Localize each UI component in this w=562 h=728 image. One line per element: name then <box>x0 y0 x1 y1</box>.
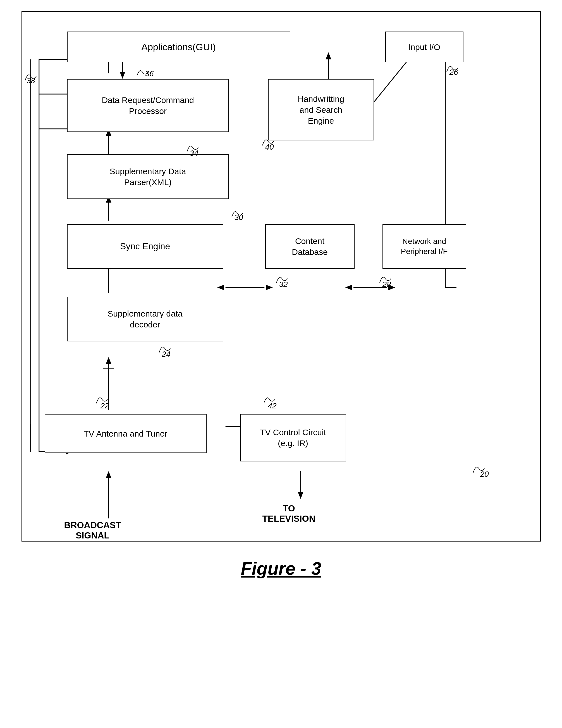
ref-30-squiggle <box>229 206 246 220</box>
ref-20-squiggle <box>470 461 490 475</box>
svg-marker-18 <box>106 357 111 364</box>
ref-32-squiggle <box>274 272 290 286</box>
tv-control-box: TV Control Circuit (e.g. IR) <box>240 414 346 461</box>
data-request-label: Data Request/Command Processor <box>102 95 194 116</box>
input-io-label: Input I/O <box>408 42 440 52</box>
ref-26-squiggle <box>444 61 461 75</box>
supp-parser-box: Supplementary Data Parser(XML) <box>67 154 229 199</box>
ref-36-squiggle <box>134 65 151 79</box>
supp-decoder-label: Supplementary data decoder <box>107 308 183 330</box>
ref-24-squiggle <box>156 341 173 355</box>
svg-marker-9 <box>119 72 125 79</box>
figure-label: Figure - 3 <box>241 558 321 579</box>
svg-marker-20 <box>217 285 224 290</box>
diagram-container: Applications(GUI) Input I/O Data Request… <box>21 11 541 542</box>
network-peripheral-label: Network and Peripheral I/F <box>401 236 448 257</box>
content-db-label: Content Database <box>292 236 327 257</box>
handwriting-box: Handwritting and Search Engine <box>268 79 374 140</box>
applications-label: Applications(GUI) <box>141 41 216 53</box>
broadcast-signal-label: BROADCAST SIGNAL <box>64 520 121 541</box>
content-db-box: Content Database <box>265 224 355 269</box>
supp-decoder-box: Supplementary data decoder <box>67 297 223 341</box>
tv-control-label: TV Control Circuit (e.g. IR) <box>260 427 326 449</box>
ref-42-squiggle <box>261 392 278 406</box>
svg-marker-21 <box>266 285 273 290</box>
applications-box: Applications(GUI) <box>67 32 290 62</box>
ref-40-squiggle <box>260 134 276 148</box>
tv-antenna-box: TV Antenna and Tuner <box>45 414 207 453</box>
ref-22-squiggle <box>94 392 110 406</box>
svg-line-27 <box>370 62 406 106</box>
input-io-box: Input I/O <box>385 32 463 62</box>
handwriting-label: Handwritting and Search Engine <box>298 94 344 126</box>
svg-marker-37 <box>106 471 111 478</box>
svg-marker-26 <box>326 52 331 59</box>
to-television-label: TO TELEVISION <box>262 503 315 524</box>
data-request-box: Data Request/Command Processor <box>67 79 229 132</box>
sync-engine-box: Sync Engine <box>67 224 223 269</box>
sync-engine-label: Sync Engine <box>120 241 170 252</box>
tv-antenna-label: TV Antenna and Tuner <box>83 428 167 439</box>
svg-marker-23 <box>345 285 352 290</box>
ref-28-squiggle <box>377 272 394 286</box>
svg-marker-35 <box>298 492 303 499</box>
ref-34-squiggle <box>184 140 201 154</box>
ref-38-squiggle <box>22 69 39 83</box>
network-peripheral-box: Network and Peripheral I/F <box>382 224 466 269</box>
supp-parser-label: Supplementary Data Parser(XML) <box>110 166 186 188</box>
